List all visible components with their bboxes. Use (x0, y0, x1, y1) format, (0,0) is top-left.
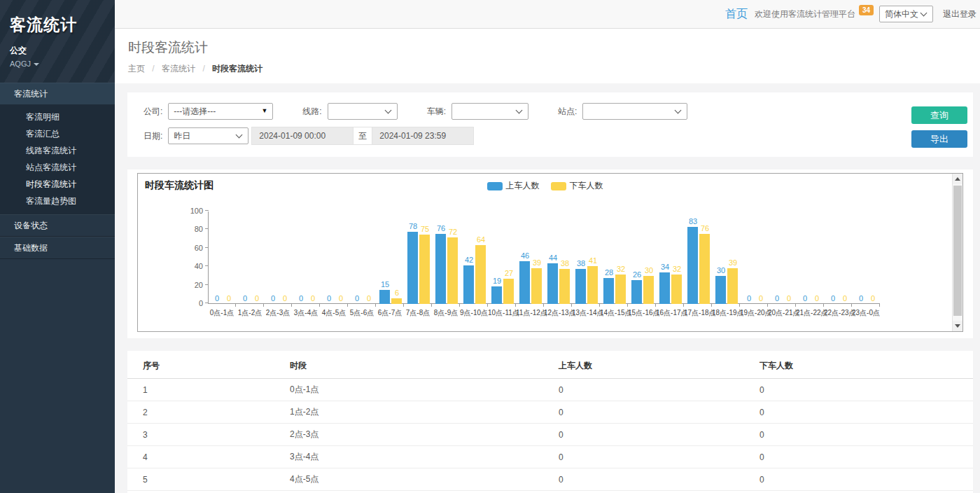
sidebar-item[interactable]: 客流汇总 (0, 125, 115, 142)
bar-boarding (519, 261, 530, 304)
scroll-up-arrow-icon[interactable] (953, 174, 962, 184)
legend-item-alighting[interactable]: 下车人数 (551, 180, 603, 192)
query-button[interactable]: 查询 (911, 106, 967, 124)
bar-boarding (435, 234, 446, 304)
logout-link[interactable]: 退出登录 (943, 8, 976, 20)
table-cell: 6 (127, 491, 290, 493)
x-axis-label: 10点-11点 (488, 308, 516, 318)
table-cell: 1 (127, 379, 290, 401)
caret-down-icon (34, 63, 39, 66)
action-buttons: 查询 导出 (911, 106, 967, 148)
bar-alighting (419, 235, 430, 304)
home-link[interactable]: 首页 (725, 7, 748, 22)
bar-alighting (531, 268, 542, 304)
bar-value-alighting: 72 (443, 228, 463, 236)
filter-panel: 公司: ---请选择--- 线路: 车辆: 站点: (127, 92, 973, 157)
x-axis-tick (628, 304, 656, 307)
line-label: 线路: (302, 106, 321, 118)
table-cell: 0 (559, 379, 760, 401)
language-select-wrap: 简体中文 (879, 6, 933, 22)
station-select[interactable] (582, 103, 687, 120)
x-axis-tick (684, 304, 712, 307)
table-body: 10点-1点0021点-2点0032点-3点0043点-4点0054点-5点00… (127, 379, 973, 493)
export-button[interactable]: 导出 (911, 130, 967, 148)
x-axis-label: 18点-19点 (712, 308, 740, 318)
date-preset-select[interactable]: 昨日 (168, 127, 248, 144)
table-cell: 0 (559, 491, 760, 493)
date-start-input[interactable] (251, 127, 354, 145)
x-axis-tick (824, 304, 852, 307)
bar-boarding (407, 232, 418, 304)
x-axis-tick (292, 304, 320, 307)
bar-group: 7875 (405, 211, 433, 304)
col-alighting: 下车人数 (760, 354, 973, 379)
table-cell: 1点-2点 (290, 401, 559, 424)
x-axis-label: 8点-9点 (432, 308, 460, 318)
notification-badge[interactable]: 34 (859, 5, 874, 15)
table-cell: 2点-3点 (290, 424, 559, 446)
sidebar-item[interactable]: 客流明细 (0, 109, 115, 125)
bar-boarding (463, 265, 474, 304)
scroll-down-arrow-icon[interactable] (953, 321, 962, 331)
x-axis-label: 11点-12点 (516, 308, 544, 318)
time-period-table: 序号 时段 上车人数 下车人数 10点-1点0021点-2点0032点-3点00… (127, 354, 973, 493)
x-axis-tick (544, 304, 572, 307)
table-cell: 5点-6点 (290, 491, 559, 493)
bar-group: 00 (293, 211, 321, 304)
y-axis-tick-label: 20 (195, 281, 203, 289)
chart-vertical-scrollbar[interactable] (952, 174, 962, 331)
breadcrumb-current: 时段客流统计 (212, 64, 262, 74)
table-cell: 0 (760, 446, 973, 468)
table-cell: 0 (760, 379, 973, 401)
x-axis-label: 1点-2点 (236, 308, 264, 318)
x-axis-label: 19点-20点 (740, 308, 768, 318)
x-axis-label: 3点-4点 (292, 308, 320, 318)
sidebar-item[interactable]: 站点客流统计 (0, 159, 115, 176)
line-select[interactable] (328, 103, 398, 120)
page-title: 时段客流统计 (128, 39, 980, 57)
scrollbar-thumb[interactable] (953, 186, 962, 316)
sidebar-item[interactable]: 时段客流统计 (0, 176, 115, 193)
x-axis-label: 9点-10点 (460, 308, 488, 318)
sidebar-section[interactable]: 客流统计 (0, 83, 115, 105)
bar-group: 00 (237, 211, 265, 304)
bar-value-boarding: 19 (487, 277, 507, 285)
bar-boarding (603, 278, 614, 304)
bar-group: 00 (209, 211, 237, 304)
sidebar-section[interactable]: 基础数据 (0, 237, 115, 259)
bar-boarding (491, 286, 502, 304)
breadcrumb-section[interactable]: 客流统计 (162, 64, 195, 74)
content: 公司: ---请选择--- 线路: 车辆: 站点: (115, 83, 980, 493)
bar-group: 1927 (489, 211, 517, 304)
org-code-dropdown[interactable]: AQGJ (10, 60, 105, 68)
table-row: 43点-4点00 (127, 446, 973, 468)
legend-item-boarding[interactable]: 上车人数 (487, 180, 540, 192)
bar-alighting (615, 275, 626, 304)
breadcrumb-home[interactable]: 主页 (128, 64, 145, 74)
sidebar-section[interactable]: 设备状态 (0, 214, 115, 237)
language-select[interactable]: 简体中文 (879, 6, 933, 22)
bar-group: 8376 (685, 211, 713, 304)
sidebar-item[interactable]: 线路客流统计 (0, 142, 115, 159)
main-area: 首页 欢迎使用客流统计管理平台 34 简体中文 退出登录 时段客流统计 主页 /… (115, 0, 980, 493)
x-axis-label: 12点-13点 (544, 308, 572, 318)
vehicle-select[interactable] (451, 103, 528, 120)
x-axis-tick (432, 304, 460, 307)
table-row: 10点-1点00 (127, 379, 973, 401)
bar-group: 00 (321, 211, 349, 304)
bar-value-alighting: 32 (667, 265, 687, 273)
bar-group: 2630 (629, 211, 657, 304)
y-axis-tick (205, 210, 209, 211)
bar-value-boarding: 15 (375, 280, 395, 289)
table-cell: 0 (760, 468, 973, 491)
date-end-input[interactable] (372, 127, 474, 145)
app-title: 客流统计 (10, 14, 105, 36)
bar-group: 00 (825, 211, 853, 304)
bar-value-alighting: 27 (499, 269, 519, 277)
x-axis-tick (348, 304, 376, 307)
table-cell: 0 (760, 424, 973, 446)
company-select[interactable]: ---请选择--- (168, 103, 273, 120)
sidebar-item[interactable]: 客流量趋势图 (0, 193, 115, 209)
bar-value-alighting: 39 (723, 258, 743, 267)
bar-alighting (643, 276, 654, 304)
